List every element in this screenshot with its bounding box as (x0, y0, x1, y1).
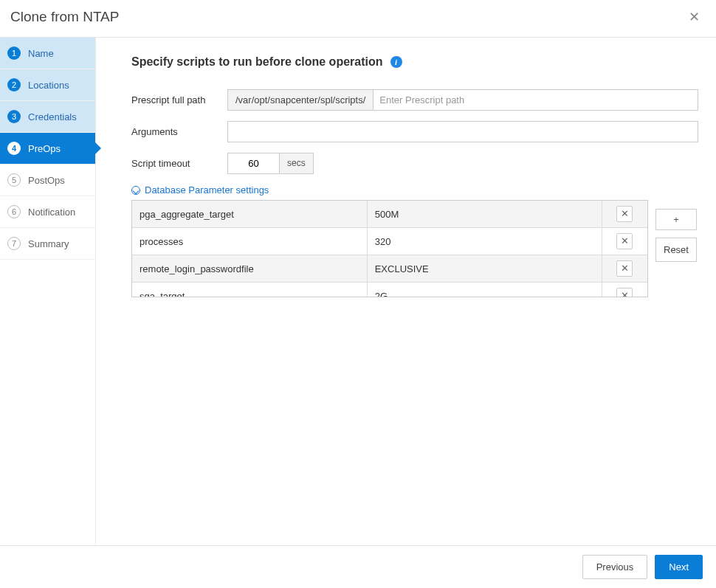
wizard-step-postops[interactable]: 5PostOps (0, 165, 95, 196)
step-number-icon: 1 (7, 46, 21, 60)
param-action-cell: ✕ (602, 228, 647, 255)
dialog-title: Clone from NTAP (10, 9, 119, 25)
step-number-icon: 4 (7, 142, 21, 155)
db-param-tbody: pga_aggregate_target500M✕processes320✕re… (132, 201, 647, 297)
param-action-cell: ✕ (602, 255, 647, 283)
step-label: Summary (28, 238, 69, 249)
step-label: Notification (28, 207, 75, 218)
step-number-icon: 3 (7, 110, 21, 123)
db-param-table: pga_aggregate_target500M✕processes320✕re… (132, 201, 647, 297)
db-param-label: Database Parameter settings (145, 184, 269, 196)
next-button[interactable]: Next (655, 555, 703, 579)
param-value-cell[interactable]: EXCLUSIVE (367, 255, 602, 283)
step-label: PostOps (28, 175, 65, 186)
step-label: Credentials (28, 111, 77, 122)
db-param-table-wrap[interactable]: pga_aggregate_target500M✕processes320✕re… (131, 200, 648, 297)
delete-row-button[interactable]: ✕ (616, 260, 633, 277)
timeout-row: Script timeout secs (131, 153, 698, 174)
wizard-step-credentials[interactable]: 3Credentials (0, 101, 95, 133)
dialog-footer: Previous Next (0, 545, 716, 588)
prescript-row: Prescript full path /var/opt/snapcenter/… (131, 89, 698, 111)
previous-button[interactable]: Previous (582, 555, 648, 579)
close-icon[interactable]: ✕ (684, 7, 704, 27)
step-number-icon: 7 (7, 237, 21, 250)
param-value-cell[interactable]: 2G (367, 283, 602, 298)
section-title-row: Specify scripts to run before clone oper… (131, 55, 698, 69)
wizard-step-preops[interactable]: 4PreOps (0, 133, 95, 165)
timeout-label: Script timeout (131, 158, 227, 169)
wizard-step-notification[interactable]: 6Notification (0, 196, 95, 228)
section-title: Specify scripts to run before clone oper… (131, 55, 383, 69)
arguments-row: Arguments (131, 121, 698, 142)
delete-row-button[interactable]: ✕ (616, 233, 633, 249)
param-value-cell[interactable]: 500M (367, 201, 602, 228)
arguments-input[interactable] (227, 121, 698, 142)
db-param-toggle[interactable]: Database Parameter settings (131, 184, 698, 196)
param-name-cell[interactable]: sga_target (132, 283, 367, 298)
delete-row-button[interactable]: ✕ (616, 288, 633, 297)
table-side-actions: + Reset (655, 209, 697, 262)
prescript-prefix: /var/opt/snapcenter/spl/scripts/ (228, 90, 374, 110)
param-name-cell[interactable]: remote_login_passwordfile (132, 255, 367, 283)
param-value-cell[interactable]: 320 (367, 228, 602, 255)
param-name-cell[interactable]: processes (132, 228, 367, 255)
timeout-input[interactable] (227, 153, 279, 174)
prescript-input-group: /var/opt/snapcenter/spl/scripts/ (227, 89, 698, 111)
add-row-button[interactable]: + (655, 209, 697, 230)
step-label: Locations (28, 80, 69, 91)
step-number-icon: 2 (7, 78, 21, 91)
timeout-unit: secs (279, 153, 314, 174)
table-row: processes320✕ (132, 228, 647, 255)
timeout-group: secs (227, 153, 314, 174)
dialog-header: Clone from NTAP ✕ (0, 0, 716, 38)
chevron-down-icon (131, 186, 140, 195)
param-action-cell: ✕ (602, 283, 647, 298)
table-row: pga_aggregate_target500M✕ (132, 201, 647, 228)
wizard-step-locations[interactable]: 2Locations (0, 69, 95, 101)
prescript-input[interactable] (374, 90, 698, 110)
prescript-label: Prescript full path (131, 94, 227, 106)
wizard-sidebar: 1Name2Locations3Credentials4PreOps5PostO… (0, 38, 96, 547)
reset-button[interactable]: Reset (655, 238, 697, 262)
main-panel: Specify scripts to run before clone oper… (96, 38, 716, 547)
step-label: Name (28, 48, 54, 59)
wizard-step-name[interactable]: 1Name (0, 38, 95, 69)
delete-row-button[interactable]: ✕ (616, 206, 633, 222)
step-number-icon: 6 (7, 205, 21, 218)
dialog-body: 1Name2Locations3Credentials4PreOps5PostO… (0, 38, 716, 547)
step-number-icon: 5 (7, 173, 21, 187)
table-row: remote_login_passwordfileEXCLUSIVE✕ (132, 255, 647, 283)
table-row: sga_target2G✕ (132, 283, 647, 298)
arguments-label: Arguments (131, 126, 227, 137)
db-param-section: pga_aggregate_target500M✕processes320✕re… (131, 200, 698, 297)
param-action-cell: ✕ (602, 201, 647, 228)
info-icon[interactable]: i (390, 56, 402, 68)
wizard-step-summary[interactable]: 7Summary (0, 228, 95, 260)
param-name-cell[interactable]: pga_aggregate_target (132, 201, 367, 228)
step-label: PreOps (28, 143, 61, 154)
